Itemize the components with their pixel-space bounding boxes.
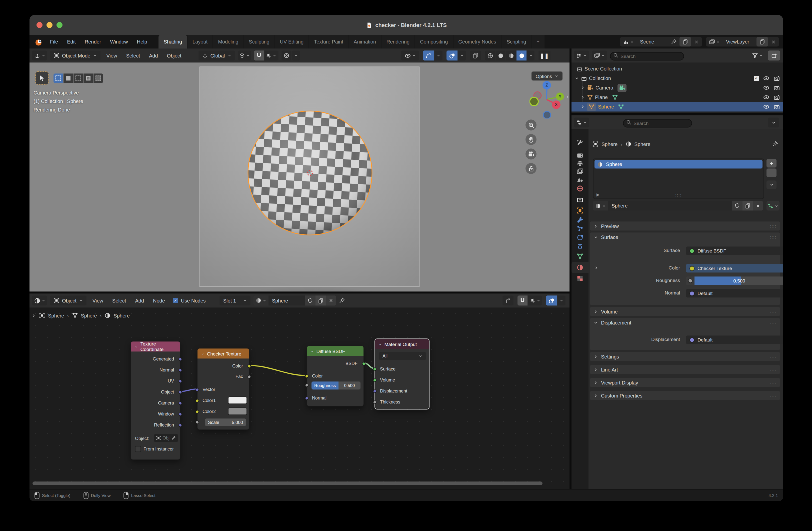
outliner-row-collection[interactable]: Collection ✓ [571, 73, 783, 83]
sidebar-collapse-arrow[interactable]: ‹ [567, 94, 568, 100]
socket-in-normal[interactable] [305, 397, 308, 400]
snap-settings-dropdown[interactable] [264, 51, 278, 60]
scene-name[interactable]: Scene [637, 37, 668, 46]
workspace-tab-layout[interactable]: Layout [188, 35, 213, 48]
socket-in-volume[interactable] [373, 378, 377, 382]
panel-viewport-display[interactable]: Viewport Display:::: [590, 378, 780, 387]
workspace-tab-uv-editing[interactable]: UV Editing [275, 35, 309, 48]
viewport-pan-button[interactable] [525, 134, 536, 145]
node-editor-hscrollbar[interactable] [32, 482, 542, 485]
navigation-gizmo[interactable]: Z Y X [530, 81, 567, 118]
tab-object[interactable] [577, 207, 583, 214]
panel-custom-properties[interactable]: Custom Properties:::: [590, 391, 780, 400]
socket-in-roughness[interactable] [305, 384, 308, 387]
hide-eye-icon[interactable] [763, 94, 769, 100]
workspace-tab-sculpting[interactable]: Sculpting [244, 35, 274, 48]
socket-out-generated[interactable] [178, 358, 182, 361]
color-expand-icon[interactable] [594, 266, 598, 270]
gizmos-toggle[interactable] [423, 51, 434, 60]
slot-specials-dropdown[interactable] [767, 181, 777, 189]
socket-in-color1[interactable] [195, 399, 199, 402]
socket-out-bsdf[interactable] [362, 362, 365, 365]
socket-in-surface[interactable] [373, 368, 377, 371]
socket-out-uv[interactable] [178, 379, 182, 383]
panel-volume[interactable]: Volume:::: [590, 307, 780, 316]
workspace-tab-texture-paint[interactable]: Texture Paint [309, 35, 348, 48]
breadcrumb-object[interactable]: Sphere [601, 141, 618, 147]
outliner-search-input[interactable] [610, 52, 684, 60]
transform-orientation-dropdown[interactable]: Global [198, 51, 235, 60]
panel-displacement[interactable]: Displacement:::: Displacement Default [590, 318, 780, 350]
node-diffuse-bsdf[interactable]: ⌄Diffuse BSDF BSDF Color Roughness 0.500… [306, 345, 364, 406]
shading-wireframe-button[interactable] [485, 51, 495, 60]
outliner-display-mode-button[interactable] [592, 51, 607, 60]
scene-copy-icon[interactable] [680, 37, 691, 46]
gizmos-dropdown[interactable] [435, 51, 443, 60]
tab-render[interactable] [577, 152, 583, 159]
socket-out-color[interactable] [247, 364, 251, 368]
properties-editor-type-button[interactable] [574, 117, 589, 128]
expand-caret-icon[interactable] [575, 76, 579, 81]
viewport-camera-view-button[interactable] [525, 148, 536, 159]
tab-particles[interactable] [577, 225, 583, 232]
select-mode-intersect[interactable] [93, 73, 103, 83]
browse-material-button[interactable] [593, 201, 608, 211]
tab-physics[interactable] [577, 234, 583, 241]
scale-field[interactable]: Scale 5.000 [205, 418, 246, 426]
collection-checkbox[interactable]: ✓ [754, 76, 759, 81]
hide-eye-icon[interactable] [763, 75, 769, 82]
output-target-dropdown[interactable]: All [379, 352, 426, 360]
pin-id-icon[interactable] [772, 141, 778, 147]
material-slot-selected[interactable]: Sphere [594, 160, 763, 169]
editor-divider-horizontal[interactable] [571, 113, 783, 115]
scene-unlink-icon[interactable] [691, 37, 702, 46]
color-texture-selector[interactable]: Checker Texture [686, 264, 783, 273]
viewport-editor-type-button[interactable] [32, 51, 47, 60]
slot-list-resize-grip[interactable]: :::: [675, 193, 682, 198]
tab-world[interactable] [577, 185, 583, 192]
viewlayer-selector[interactable]: ViewLayer [706, 37, 779, 46]
node-texture-coordinate[interactable]: ⌄Texture Coordinate Generated Normal UV … [130, 341, 180, 460]
viewport-zoom-button[interactable] [525, 119, 536, 130]
visibility-dropdown[interactable] [401, 51, 419, 60]
overlays-toggle[interactable] [447, 51, 458, 60]
xray-toggle[interactable] [470, 51, 481, 60]
disable-render-camera-icon[interactable] [773, 103, 780, 110]
shading-material-preview-button[interactable] [506, 51, 516, 60]
pause-render-button[interactable]: ❚❚ [538, 51, 551, 60]
outliner-row-scene-collection[interactable]: Scene Collection [571, 64, 783, 73]
viewport-menu-add[interactable]: Add [146, 53, 161, 58]
shading-dropdown[interactable] [527, 51, 535, 60]
editor-divider-vertical[interactable] [569, 48, 571, 489]
viewport-canvas[interactable]: Options Camera Perspective (1) Collectio… [29, 62, 569, 291]
mode-dropdown[interactable]: Object Mode [50, 51, 100, 60]
viewlayer-name[interactable]: ViewLayer [723, 37, 756, 46]
options-dropdown[interactable]: Options [532, 72, 563, 81]
zoom-window-button[interactable] [57, 22, 62, 28]
workspace-tab-shading[interactable]: Shading [159, 35, 187, 48]
socket-out-object[interactable] [178, 390, 182, 394]
socket-in-thickness[interactable] [373, 401, 377, 404]
socket-in-color2[interactable] [195, 410, 199, 414]
pivot-point-dropdown[interactable] [238, 51, 251, 60]
viewport-lock-button[interactable] [525, 163, 536, 174]
object-picker-field[interactable]: Obj [154, 434, 178, 442]
select-mode-set[interactable] [54, 73, 63, 83]
remove-slot-button[interactable]: − [767, 169, 777, 177]
viewlayer-browse-icon[interactable] [706, 37, 723, 46]
copy-material-icon[interactable] [742, 201, 753, 211]
proportional-editing-dropdown[interactable] [292, 51, 300, 60]
panel-line-art[interactable]: Line Art:::: [590, 365, 780, 374]
disable-render-camera-icon[interactable] [773, 75, 780, 82]
workspace-tab-compositing[interactable]: Compositing [415, 35, 453, 48]
add-slot-button[interactable]: + [767, 159, 777, 168]
outliner-row-plane[interactable]: Plane [571, 92, 783, 102]
socket-out-fac[interactable] [247, 375, 251, 378]
socket-in-color[interactable] [305, 374, 308, 378]
tab-output[interactable] [577, 160, 583, 167]
tab-tool[interactable] [577, 139, 583, 146]
outliner-filter-dropdown[interactable] [750, 51, 765, 60]
menu-render[interactable]: Render [80, 35, 106, 48]
select-mode-extend[interactable] [63, 73, 73, 83]
outliner-editor-type-button[interactable] [574, 51, 589, 60]
